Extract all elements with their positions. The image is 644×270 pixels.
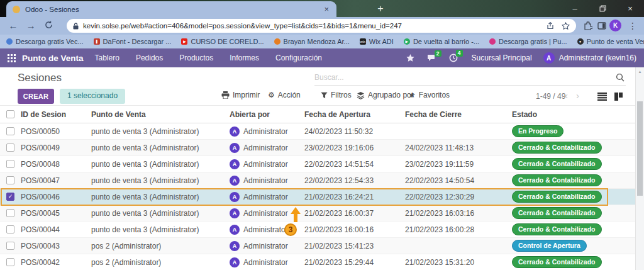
- row-user-avatar: A: [230, 225, 240, 235]
- pager-range: 1-49 / 49: [536, 92, 565, 101]
- control-panel: Sesiones: [0, 67, 635, 87]
- browser-tab[interactable]: Odoo - Sesiones ×: [6, 1, 336, 17]
- side-panel-icon[interactable]: [596, 20, 608, 31]
- company-switcher[interactable]: Sucursal Principal: [472, 53, 532, 62]
- row-user-name: Administrator: [243, 143, 288, 152]
- restore-button[interactable]: [589, 0, 616, 17]
- new-tab-button[interactable]: +: [374, 2, 387, 16]
- bookmark-label: Descarga gratis | Pu...: [499, 38, 567, 45]
- bookmark-item[interactable]: ❚DaFont - Descargar ...: [94, 38, 172, 45]
- status-badge: Cerrado & Contabilizado: [512, 207, 602, 219]
- row-checkbox[interactable]: [6, 242, 14, 250]
- apps-grid-icon[interactable]: [8, 54, 16, 62]
- app-name[interactable]: Punto de Venta: [22, 53, 84, 63]
- row-checkbox[interactable]: [6, 258, 14, 266]
- bookmark-star-icon[interactable]: [562, 22, 570, 30]
- menu-informes[interactable]: Informes: [230, 53, 259, 62]
- arrow-up-annotation: [291, 207, 301, 223]
- row-pos-name: pos 2 (Administrator): [91, 258, 230, 267]
- select-all-checkbox[interactable]: [6, 110, 14, 118]
- row-opening-date: 23/02/2023 19:16:06: [302, 143, 402, 152]
- table-row[interactable]: POS/00047punto de venta 3 (Administrator…: [0, 172, 635, 189]
- row-checkbox[interactable]: [6, 143, 14, 152]
- bookmark-item[interactable]: ▶De vuelta al barrio -...: [404, 38, 479, 45]
- close-window-button[interactable]: ×: [616, 0, 644, 17]
- url-text[interactable]: kevin.solse.pe/web#action=406&model=pos.…: [83, 22, 547, 30]
- kanban-view-button[interactable]: [610, 89, 626, 103]
- header-opening-date[interactable]: Fecha de Apertura: [302, 110, 402, 119]
- profile-avatar[interactable]: K: [609, 20, 621, 31]
- row-user-name: Administrator: [243, 193, 288, 201]
- search-input[interactable]: [314, 73, 616, 82]
- row-checkbox[interactable]: [6, 127, 14, 135]
- row-checkbox[interactable]: [6, 176, 14, 184]
- row-checkbox[interactable]: [6, 209, 14, 217]
- activities-clock-icon[interactable]: 4: [449, 53, 458, 62]
- share-icon[interactable]: [547, 22, 554, 30]
- row-user-avatar: A: [230, 127, 240, 137]
- table-row[interactable]: POS/00043pos 2 (Administrator)AAdministr…: [0, 238, 635, 254]
- list-view-button[interactable]: [594, 89, 610, 103]
- header-state[interactable]: Estado: [509, 110, 635, 119]
- extensions-icon[interactable]: [582, 20, 594, 31]
- row-session-id: POS/00042: [19, 258, 91, 267]
- row-session-id: POS/00045: [19, 209, 91, 218]
- print-button[interactable]: Imprimir: [221, 91, 260, 99]
- reload-button[interactable]: [43, 20, 54, 31]
- header-session-id[interactable]: ID de Sesion: [19, 110, 91, 119]
- scroll-up-icon[interactable]: ▴: [636, 67, 644, 75]
- bookmark-favicon-icon: [6, 38, 13, 45]
- table-row[interactable]: ✓POS/00046punto de venta 3 (Administrato…: [0, 189, 635, 205]
- user-avatar[interactable]: A: [543, 52, 555, 64]
- table-row[interactable]: POS/00048punto de venta 3 (Administrator…: [0, 156, 635, 172]
- group-by-button[interactable]: Agrupado por: [357, 91, 414, 99]
- row-checkbox[interactable]: ✓: [6, 193, 14, 201]
- bookmark-item[interactable]: ▶CURSO DE CORELD...: [181, 38, 264, 45]
- create-button[interactable]: CREAR: [18, 89, 54, 104]
- back-button[interactable]: ←: [8, 20, 19, 31]
- bookmark-label: Punto de venta Ven...: [587, 38, 644, 45]
- menu-configuracion[interactable]: Configuración: [275, 53, 322, 62]
- header-pos[interactable]: Punto de Venta: [91, 110, 230, 119]
- menu-productos[interactable]: Productos: [179, 53, 213, 62]
- page-scrollbar[interactable]: ▴: [635, 67, 644, 270]
- forward-button[interactable]: →: [25, 20, 36, 31]
- search-box[interactable]: [314, 70, 626, 86]
- header-opened-by[interactable]: Abierta por: [230, 110, 302, 119]
- table-row[interactable]: POS/00049punto de venta 3 (Administrator…: [0, 140, 635, 156]
- favorite-star-icon: ★: [409, 91, 416, 99]
- scrollbar-thumb[interactable]: [637, 101, 643, 196]
- star-icon[interactable]: [406, 54, 414, 62]
- table-row[interactable]: POS/00044punto de venta 3 (Administrator…: [0, 222, 635, 238]
- menu-tablero[interactable]: Tablero: [95, 53, 119, 62]
- table-row[interactable]: POS/00045punto de venta 3 (Administrator…: [0, 205, 635, 222]
- favorites-button[interactable]: ★ Favoritos: [409, 91, 450, 99]
- search-icon[interactable]: [616, 73, 625, 82]
- bookmark-item[interactable]: Descarga gratis | Pu...: [489, 38, 567, 45]
- address-bar[interactable]: kevin.solse.pe/web#action=406&model=pos.…: [67, 19, 576, 33]
- pager-previous-icon[interactable]: ‹: [565, 90, 568, 101]
- status-badge: Control de Apertura: [512, 240, 587, 252]
- filters-button[interactable]: Filtros: [321, 91, 352, 99]
- pager-next-icon[interactable]: ›: [576, 90, 579, 101]
- action-button[interactable]: ⚙ Acción: [268, 91, 301, 99]
- menu-pedidos[interactable]: Pedidos: [136, 53, 163, 62]
- row-user-name: Administrator: [243, 209, 288, 218]
- browser-menu-icon[interactable]: ⋮: [627, 20, 638, 31]
- bookmark-item[interactable]: ●Punto de venta Ven...: [577, 38, 644, 45]
- row-checkbox[interactable]: [6, 160, 14, 168]
- tab-close-icon[interactable]: ×: [323, 5, 330, 13]
- row-closing-date: 23/02/2023 19:11:59: [402, 160, 509, 169]
- table-body: POS/00050punto de venta 3 (Administrator…: [0, 123, 635, 270]
- messages-icon[interactable]: 2: [427, 54, 436, 62]
- table-row[interactable]: POS/00042pos 2 (Administrator)AAdministr…: [0, 254, 635, 270]
- row-pos-name: punto de venta 3 (Administrator): [91, 193, 230, 201]
- header-closing-date[interactable]: Fecha de Cierre: [402, 110, 509, 119]
- user-menu[interactable]: Administrator (kevin16): [559, 53, 636, 62]
- row-checkbox[interactable]: [6, 225, 14, 233]
- table-row[interactable]: POS/00050punto de venta 3 (Administrator…: [0, 123, 635, 140]
- bookmark-item[interactable]: Brayan Mendoza Ar...: [274, 38, 350, 45]
- bookmark-item[interactable]: wixWix ADI: [360, 38, 394, 45]
- bookmark-item[interactable]: Descarga gratis Vec...: [6, 38, 84, 45]
- minimize-button[interactable]: –: [561, 0, 589, 17]
